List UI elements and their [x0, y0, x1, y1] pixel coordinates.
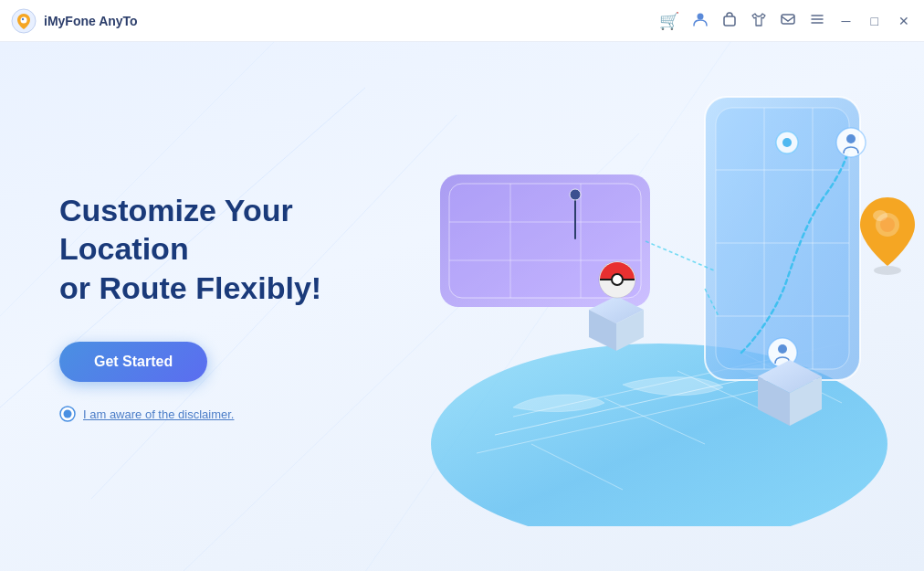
- svg-point-42: [782, 138, 792, 147]
- disclaimer-row: I am aware of the disclaimer.: [59, 406, 388, 422]
- svg-point-15: [64, 410, 72, 418]
- user-icon[interactable]: [692, 11, 709, 30]
- email-icon[interactable]: [780, 11, 796, 30]
- svg-line-59: [646, 241, 714, 270]
- hero-illustration: [394, 69, 924, 526]
- title-bar-left: iMyFone AnyTo: [11, 8, 138, 34]
- close-button[interactable]: ✕: [895, 13, 913, 29]
- svg-point-31: [570, 189, 581, 200]
- tshirt-icon[interactable]: [751, 11, 767, 30]
- maximize-button[interactable]: □: [867, 13, 882, 29]
- svg-point-51: [614, 277, 620, 282]
- disclaimer-link[interactable]: I am aware of the disclaimer.: [83, 407, 234, 421]
- svg-point-2: [22, 17, 24, 19]
- main-content: Customize Your Location or Route Flexibl…: [0, 42, 924, 571]
- svg-point-3: [697, 14, 703, 20]
- svg-point-57: [880, 217, 895, 232]
- app-name: iMyFone AnyTo: [44, 14, 138, 28]
- svg-point-58: [874, 266, 901, 275]
- headline: Customize Your Location or Route Flexibl…: [59, 191, 388, 308]
- svg-point-44: [778, 344, 787, 354]
- bag-icon[interactable]: [721, 11, 738, 30]
- get-started-button[interactable]: Get Started: [59, 342, 207, 382]
- svg-rect-5: [782, 15, 794, 24]
- app-logo-icon: [11, 8, 37, 34]
- disclaimer-radio-icon[interactable]: [59, 406, 76, 422]
- svg-point-1: [21, 16, 27, 23]
- title-bar: iMyFone AnyTo 🛒: [0, 0, 924, 42]
- svg-point-40: [846, 134, 856, 143]
- cart-icon[interactable]: 🛒: [659, 13, 679, 29]
- illustration: [394, 69, 924, 545]
- minimize-button[interactable]: ─: [838, 13, 855, 29]
- title-bar-right: 🛒: [659, 11, 913, 30]
- menu-icon[interactable]: [809, 11, 825, 30]
- left-content: Customize Your Location or Route Flexibl…: [0, 191, 388, 423]
- svg-rect-4: [724, 16, 735, 26]
